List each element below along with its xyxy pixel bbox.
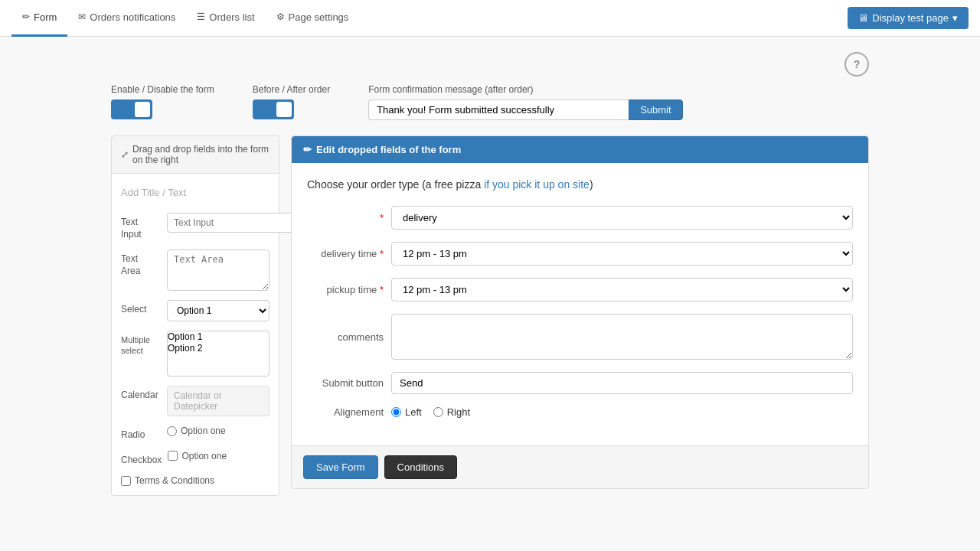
text-area-field-row: TextArea: [121, 249, 270, 291]
alignment-options: Left Right: [391, 406, 470, 418]
terms-row: Terms & Conditions: [121, 475, 270, 486]
two-column-layout: ⤢ Drag and drop fields into the form on …: [111, 135, 869, 496]
text-area-label: TextArea: [121, 249, 161, 277]
left-panel: ⤢ Drag and drop fields into the form on …: [111, 135, 279, 496]
radio-label: Radio: [121, 425, 161, 442]
calendar-label: Calendar: [121, 386, 161, 402]
multiselect-label: Multipleselect: [121, 331, 161, 357]
monitor-icon: 🖥: [858, 12, 868, 24]
delivery-time-label: delivery time *: [307, 248, 384, 259]
left-panel-header: ⤢ Drag and drop fields into the form on …: [112, 136, 279, 174]
drag-icon: ⤢: [121, 149, 129, 160]
comments-label: comments: [307, 331, 384, 343]
right-panel-header: ✏ Edit dropped fields of the form: [292, 136, 868, 163]
form-question-highlight: if you pick it up on site: [484, 178, 590, 191]
radio-option: Option one: [167, 425, 226, 436]
submit-button-label: Submit button: [307, 377, 384, 389]
alignment-right-option: Right: [433, 406, 470, 418]
alignment-right-label: Right: [447, 406, 470, 418]
form-footer: Save Form Conditions: [292, 445, 868, 488]
right-panel: ✏ Edit dropped fields of the form Choose…: [291, 135, 869, 489]
pickup-time-label: pickup time *: [307, 284, 384, 295]
right-panel-body: Choose your order type (a free pizza if …: [292, 163, 868, 445]
delivery-time-row: delivery time * 12 pm - 13 pm 13 pm - 14…: [307, 242, 853, 266]
text-input-field[interactable]: [167, 213, 296, 233]
select-field[interactable]: Option 1 Option 2: [167, 300, 270, 321]
checkbox-option: Option one: [168, 451, 227, 461]
checkbox-label: Checkbox: [121, 451, 162, 467]
select-label: Select: [121, 300, 161, 316]
delivery-required-star: *: [380, 248, 384, 259]
toggle-knob-2: [276, 102, 292, 117]
edit-icon: ✏: [303, 144, 312, 155]
order-type-dropdown[interactable]: delivery pickup: [391, 206, 853, 230]
confirmation-group: Form confirmation message (after order) …: [368, 84, 682, 120]
alignment-row: Alignement Left Right: [307, 406, 853, 418]
display-test-button[interactable]: 🖥 Display test page ▾: [848, 7, 969, 29]
text-input-field-row: TextInput: [121, 213, 270, 240]
terms-label: Terms & Conditions: [135, 475, 214, 486]
help-icon[interactable]: ?: [844, 52, 869, 77]
conditions-button[interactable]: Conditions: [384, 455, 457, 479]
toggle-row: Enable / Disable the form Before / After…: [111, 84, 869, 120]
alignment-label: Alignement: [307, 406, 384, 418]
comments-row: comments: [307, 314, 853, 360]
text-area-field[interactable]: [167, 249, 270, 291]
help-row: ?: [111, 52, 869, 77]
form-question: Choose your order type (a free pizza if …: [307, 178, 853, 191]
checkbox-field-row: Checkbox Option one: [121, 451, 270, 467]
alignment-left-option: Left: [391, 406, 422, 418]
text-input-label: TextInput: [121, 213, 161, 240]
submit-button-row: Submit button: [307, 372, 853, 394]
confirmation-input[interactable]: [368, 99, 629, 120]
nav-orders-list[interactable]: ☰ Orders list: [186, 0, 265, 37]
toggle-knob: [135, 102, 150, 117]
multiselect-field[interactable]: Option 1 Option 2: [167, 331, 270, 377]
list-icon: ☰: [197, 11, 205, 22]
main-content: ? Enable / Disable the form Before / Aft…: [100, 37, 880, 511]
confirmation-input-row: Submit: [368, 99, 682, 120]
nav-orders-notifications[interactable]: ✉ Orders notifications: [67, 0, 186, 37]
radio-option-label: Option one: [181, 425, 226, 436]
nav-page-settings[interactable]: ⚙ Page settings: [266, 0, 360, 37]
before-after-label: Before / After order: [253, 84, 330, 95]
pickup-required-star: *: [380, 284, 384, 295]
form-icon: ✏: [22, 11, 30, 22]
pickup-time-dropdown[interactable]: 12 pm - 13 pm 13 pm - 14 pm: [391, 278, 853, 302]
gear-icon: ⚙: [276, 11, 285, 22]
alignment-right-radio[interactable]: [433, 407, 443, 417]
before-after-toggle-group: Before / After order: [253, 84, 330, 119]
calendar-field[interactable]: Calendar or Datepicker: [167, 386, 270, 416]
delivery-time-dropdown[interactable]: 12 pm - 13 pm 13 pm - 14 pm 14 pm - 15 p…: [391, 242, 853, 266]
required-star: *: [380, 212, 384, 223]
left-panel-body: Add Title / Text TextInput TextArea Sele…: [112, 174, 279, 495]
pickup-time-row: pickup time * 12 pm - 13 pm 13 pm - 14 p…: [307, 278, 853, 302]
nav-form[interactable]: ✏ Form: [11, 0, 67, 37]
before-after-toggle[interactable]: [253, 99, 294, 119]
save-form-button[interactable]: Save Form: [303, 455, 378, 479]
enable-label: Enable / Disable the form: [111, 84, 214, 95]
submit-button-input[interactable]: [391, 372, 853, 394]
comments-textarea[interactable]: [391, 314, 853, 360]
terms-checkbox[interactable]: [121, 476, 131, 486]
alignment-left-label: Left: [405, 406, 422, 418]
checkbox-option-label: Option one: [181, 451, 227, 461]
order-type-label: *: [307, 212, 384, 223]
confirmation-label: Form confirmation message (after order): [368, 84, 682, 95]
enable-toggle[interactable]: [111, 99, 152, 119]
multiselect-field-row: Multipleselect Option 1 Option 2: [121, 331, 270, 377]
radio-input[interactable]: [167, 426, 177, 436]
order-type-row: * delivery pickup: [307, 206, 853, 230]
add-title-text[interactable]: Add Title / Text: [121, 183, 270, 202]
alignment-left-radio[interactable]: [391, 407, 401, 417]
dropdown-arrow-icon: ▾: [952, 12, 958, 24]
checkbox-input[interactable]: [168, 451, 178, 461]
select-field-row: Select Option 1 Option 2: [121, 300, 270, 321]
radio-field-row: Radio Option one: [121, 425, 270, 442]
enable-toggle-group: Enable / Disable the form: [111, 84, 214, 119]
calendar-field-row: Calendar Calendar or Datepicker: [121, 386, 270, 416]
email-icon: ✉: [78, 11, 86, 22]
confirmation-submit-button[interactable]: Submit: [629, 99, 682, 120]
top-nav: ✏ Form ✉ Orders notifications ☰ Orders l…: [0, 0, 980, 37]
